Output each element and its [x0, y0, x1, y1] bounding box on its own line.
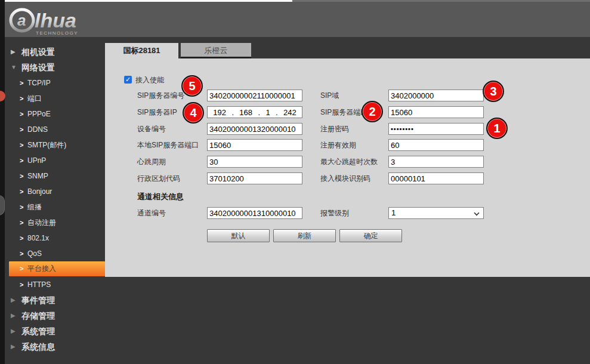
chevron-right-icon: >: [20, 168, 27, 184]
chevron-right-icon: >: [20, 215, 27, 230]
sip-domain-field[interactable]: [388, 90, 484, 101]
chevron-right-icon: >: [20, 184, 27, 199]
header: a lhua TECHNOLOGY: [5, 2, 590, 37]
annotation-circle-4: 4: [183, 102, 204, 124]
channel-id-field[interactable]: [207, 207, 302, 219]
sip-server-port-field[interactable]: [388, 106, 484, 118]
sip-server-port-label: SIP服务器端口: [320, 108, 367, 116]
chevron-right-icon: >: [20, 91, 27, 106]
sidebar-item-camera-settings[interactable]: ▶相机设置: [0, 44, 105, 60]
triangle-right-icon: ▶: [11, 308, 21, 323]
sidebar-item-storage-management[interactable]: ▶存储管理: [0, 308, 105, 323]
channel-info-section-title: 通道相关信息: [137, 192, 184, 202]
max-heartbeat-timeout-label: 最大心跳超时次数: [320, 158, 378, 166]
sip-domain-label: SIP域: [320, 91, 339, 100]
chevron-right-icon: >: [20, 122, 27, 137]
chevron-right-icon: >: [20, 137, 27, 153]
sidebar-item-system-management[interactable]: ▶系统管理: [0, 323, 105, 339]
tab-lecheng-cloud[interactable]: 乐橙云: [181, 43, 251, 58]
sip-server-ip-field[interactable]: 192.168.1.242: [207, 106, 302, 118]
sidebar-item-tcp-ip[interactable]: >TCP/IP: [0, 75, 105, 91]
alarm-level-label: 报警级别: [320, 209, 349, 217]
local-sip-port-label: 本地SIP服务器端口: [137, 141, 199, 149]
admin-region-code-label: 行政区划代码: [137, 174, 180, 183]
chevron-right-icon: >: [20, 75, 27, 91]
alarm-level-select[interactable]: 1: [388, 207, 484, 219]
sidebar-item-snmp[interactable]: >SNMP: [0, 168, 105, 184]
chevron-right-icon: >: [20, 199, 27, 215]
sidebar-item-ddns[interactable]: >DDNS: [0, 122, 105, 137]
check-icon: ✓: [125, 76, 131, 83]
logo-text: lhua: [35, 9, 76, 32]
sidebar-item-8021x[interactable]: >802.1x: [0, 230, 105, 246]
chevron-right-icon: >: [20, 153, 27, 168]
sidebar-item-upnp[interactable]: >UPnP: [0, 153, 105, 168]
triangle-right-icon: ▶: [11, 292, 21, 308]
sip-server-ip-label: SIP服务器IP: [137, 108, 177, 116]
device-id-label: 设备编号: [137, 125, 166, 133]
sidebar-item-multicast[interactable]: >组播: [0, 199, 105, 215]
sidebar-item-https[interactable]: >HTTPS: [0, 277, 105, 292]
triangle-down-icon: ▼: [11, 60, 21, 75]
access-enable-label: 接入使能: [135, 76, 164, 84]
heartbeat-period-label: 心跳周期: [137, 158, 166, 166]
logo-subtext: TECHNOLOGY: [36, 30, 78, 36]
annotation-circle-1: 1: [486, 118, 508, 139]
register-password-label: 注册密码: [320, 125, 349, 133]
default-button[interactable]: 默认: [207, 229, 270, 242]
annotation-circle-2: 2: [362, 101, 383, 122]
register-validity-label: 注册有效期: [320, 141, 356, 149]
chevron-right-icon: >: [20, 261, 27, 276]
channel-id-label: 通道编号: [137, 209, 166, 217]
sidebar-item-port[interactable]: >端口: [0, 91, 105, 106]
sidebar-item-smtp[interactable]: >SMTP(邮件): [0, 137, 105, 153]
max-heartbeat-timeout-field[interactable]: [388, 156, 484, 168]
access-module-id-field[interactable]: [388, 172, 484, 184]
sidebar-item-event-management[interactable]: ▶事件管理: [0, 292, 105, 308]
register-password-field[interactable]: [388, 123, 484, 135]
sidebar-item-bonjour[interactable]: >Bonjour: [0, 184, 105, 199]
chevron-right-icon: >: [20, 106, 27, 122]
tab-gb28181[interactable]: 国标28181: [105, 43, 178, 58]
heartbeat-period-field[interactable]: [207, 156, 302, 168]
annotation-circle-3: 3: [483, 81, 504, 102]
chevron-right-icon: >: [20, 277, 27, 292]
admin-region-code-field[interactable]: [207, 172, 302, 184]
sip-server-id-label: SIP服务器编号: [137, 91, 184, 100]
sip-server-id-field[interactable]: [207, 90, 302, 101]
access-enable-checkbox[interactable]: ✓: [124, 76, 132, 84]
sidebar-item-qos[interactable]: >QoS: [0, 246, 105, 261]
refresh-button[interactable]: 刷新: [273, 229, 336, 242]
dahua-logo: a lhua TECHNOLOGY: [8, 5, 104, 36]
chevron-right-icon: >: [20, 246, 27, 261]
sidebar-item-platform-access[interactable]: >平台接入: [0, 261, 105, 276]
logo-letter-a: a: [17, 11, 26, 29]
triangle-right-icon: ▶: [11, 44, 21, 60]
chevron-right-icon: >: [20, 230, 27, 246]
local-sip-port-field[interactable]: [207, 139, 302, 151]
sidebar-item-auto-register[interactable]: >自动注册: [0, 215, 105, 230]
triangle-right-icon: ▶: [11, 323, 21, 339]
sidebar-item-network-settings[interactable]: ▼网络设置: [0, 60, 105, 75]
chevron-down-icon: [474, 210, 479, 215]
access-module-id-label: 接入模块识别码: [320, 174, 370, 183]
register-validity-field[interactable]: [388, 139, 484, 151]
dahua-camera-web-ui: a lhua TECHNOLOGY ▶相机设置 ▼网络设置 >TCP/IP >端…: [0, 0, 590, 364]
triangle-right-icon: ▶: [11, 339, 21, 354]
sidebar-item-system-info[interactable]: ▶系统信息: [0, 339, 105, 354]
content-panel: ✓ 接入使能 SIP服务器编号 SIP域 SIP服务器IP 192.168.1.…: [105, 58, 590, 277]
sidebar-item-pppoe[interactable]: >PPPoE: [0, 106, 105, 122]
device-id-field[interactable]: [207, 123, 302, 135]
confirm-button[interactable]: 确定: [339, 229, 402, 242]
annotation-circle-5: 5: [181, 75, 203, 97]
